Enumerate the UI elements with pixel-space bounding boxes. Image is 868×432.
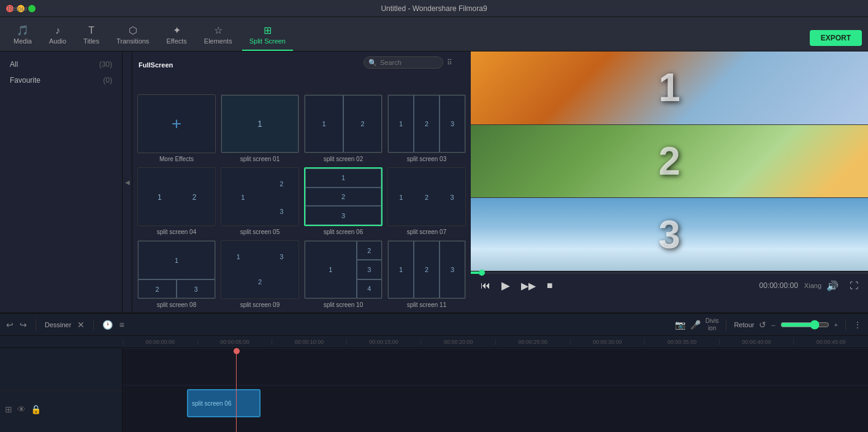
playback-progress-bar[interactable] [471, 271, 868, 274]
playback-buttons: ⏮ ▶ ▶▶ ■ 00:00:00:00 Xiang 🔊 ⛶ [471, 274, 868, 297]
nav-label-splitscreen: Split Screen [249, 37, 286, 45]
svg-text:2: 2 [280, 180, 283, 188]
effect-label-06: split screen 06 [324, 229, 363, 235]
grid-view-icon[interactable]: ⠿ [447, 58, 452, 67]
effect-label-09: split screen 09 [240, 301, 280, 308]
preview-screen-2: 2 [471, 125, 868, 199]
timeline-toolbar: ↩ ↪ Dessiner ✕ 🕐 ≡ 📷 🎤 Division Retour ↺… [0, 314, 868, 336]
ruler-mark-9: 00:00:45:00 [793, 339, 868, 345]
nav-item-splitscreen[interactable]: ⊞ Split Screen [242, 22, 293, 51]
effects-icon: ✦ [173, 25, 181, 36]
toolbar-right: 📷 🎤 Division Retour ↺ – + ⋮ [675, 317, 862, 332]
play-button[interactable]: ▶ [499, 278, 512, 294]
ruler-mark-0: 00:00:00:00 [123, 339, 197, 345]
svg-text:2: 2 [425, 194, 428, 201]
collapse-arrow-icon: ◀ [125, 179, 130, 186]
volume-icon[interactable]: 🔊 [824, 279, 841, 293]
division-button[interactable]: Division [706, 317, 719, 332]
effect-item-07[interactable]: 1 2 3 split screen 07 [387, 167, 466, 235]
app-title: Untitled - Wondershare Filmora9 [381, 4, 487, 13]
nav-item-elements[interactable]: ☆ Elements [197, 22, 240, 51]
effect-label-08: split screen 08 [157, 301, 196, 308]
preview-screen-1: 1 [471, 51, 868, 125]
nav-item-effects[interactable]: ✦ Effects [159, 22, 194, 51]
ruler-mark-7: 00:00:35:00 [644, 339, 719, 345]
toolbar-divider-4 [845, 319, 846, 330]
effect-thumb-11: 1 2 3 [387, 240, 466, 299]
search-wrapper: 🔍 [364, 56, 443, 69]
effect-item-10[interactable]: 1 2 3 4 split screen 10 [304, 240, 383, 308]
search-icon: 🔍 [368, 59, 377, 67]
toolbar-divider-3 [726, 319, 726, 330]
preview-panel: 1 2 3 ⏮ ▶ ▶▶ ■ 00:00:00:00 [471, 51, 868, 313]
effect-thumb-09: 1 2 3 [221, 240, 299, 299]
splitscreen-icon: ⊞ [264, 25, 272, 36]
step-back-button[interactable]: ⏮ [478, 279, 493, 292]
zoom-minus-icon: – [771, 321, 775, 328]
play-forward-button[interactable]: ▶▶ [519, 279, 538, 293]
svg-text:1: 1 [158, 193, 162, 202]
camera-button[interactable]: 📷 [675, 320, 685, 330]
playhead [236, 348, 237, 432]
clip-label: split screen 06 [192, 400, 231, 407]
ruler-mark-1: 00:00:05:00 [197, 339, 272, 345]
effect-item-03[interactable]: 1 2 3 split screen 03 [387, 94, 466, 162]
export-button[interactable]: EXPORT [810, 30, 862, 46]
effect-item-02[interactable]: 1 2 split screen 02 [304, 94, 383, 162]
screen-number-2: 2 [658, 138, 680, 184]
effect-item-09[interactable]: 1 2 3 split screen 09 [221, 240, 299, 308]
track-headers: Retour ⊞ 👁 🔒 [0, 348, 123, 432]
vol-label: Xiang [804, 282, 821, 289]
zoom-plus-icon: + [834, 321, 838, 328]
effect-thumb-10: 1 2 3 4 [304, 240, 383, 299]
effect-thumb-more: + [137, 94, 216, 153]
transitions-icon: ⬡ [129, 25, 137, 36]
mic-button[interactable]: 🎤 [690, 320, 701, 330]
screen-number-1: 1 [658, 65, 680, 110]
effect-label-more: More Effects [159, 156, 194, 162]
playback-controls: ⏮ ▶ ▶▶ ■ 00:00:00:00 Xiang 🔊 ⛶ [471, 271, 868, 313]
effect-label-11: split screen 11 [407, 301, 446, 308]
svg-text:1: 1 [237, 253, 240, 260]
effects-grid: + More Effects 1 split screen 01 1 [137, 94, 466, 313]
effects-panel: 🔍 ⠿ FullScreen + More Effects 1 [132, 51, 471, 313]
zoom-slider[interactable] [780, 320, 829, 330]
track-area: split screen 06 [123, 348, 868, 432]
panel-collapse-button[interactable]: ◀ [123, 51, 132, 313]
effect-item-01[interactable]: 1 split screen 01 [221, 94, 299, 162]
effect-item-05[interactable]: 1 2 3 split screen 05 [221, 167, 299, 235]
ruler-mark-8: 00:00:40:00 [719, 339, 794, 345]
effect-thumb-04: 1 2 [137, 167, 216, 226]
effect-thumb-05: 1 2 3 [221, 167, 299, 226]
effect-thumb-07: 1 2 3 [387, 167, 466, 226]
screen-number-3: 3 [658, 212, 680, 257]
nav-label-elements: Elements [204, 37, 232, 45]
preview-screens: 1 2 3 [471, 51, 868, 271]
retour-action-button[interactable]: ↺ [759, 320, 766, 330]
effect-item-06[interactable]: 1 2 3 split screen 06 [304, 167, 383, 235]
effects-search-bar: 🔍 ⠿ [364, 56, 452, 69]
track-clip-splitscreen06[interactable]: split screen 06 [187, 389, 261, 417]
effect-item-04[interactable]: 1 2 split screen 04 [137, 167, 216, 235]
effect-item-more[interactable]: + More Effects [137, 94, 216, 162]
effect-item-08[interactable]: 1 2 3 split screen 08 [137, 240, 216, 308]
effect-label-03: split screen 03 [407, 156, 446, 162]
ruler-mark-2: 00:00:10:00 [272, 339, 346, 345]
volume-control: Xiang 🔊 [804, 279, 841, 293]
effect-item-11[interactable]: 1 2 3 split screen 11 [387, 240, 466, 308]
more-button[interactable]: ⋮ [853, 320, 862, 330]
retour-text: Retour [0, 348, 123, 432]
elements-icon: ☆ [214, 25, 223, 36]
fullscreen-button[interactable]: ⛶ [847, 279, 861, 292]
effect-thumb-06: 1 2 3 [304, 167, 383, 226]
main-content: All (30) Favourite (0) ◀ 🔍 ⠿ FullScreen [0, 51, 868, 313]
ruler-marks: 00:00:00:00 00:00:05:00 00:00:10:00 00:0… [123, 339, 868, 345]
ruler-mark-5: 00:00:25:00 [495, 339, 570, 345]
retour-label: Retour [734, 321, 754, 328]
stop-button[interactable]: ■ [544, 279, 555, 292]
svg-text:3: 3 [280, 253, 283, 260]
effect-label-02: split screen 02 [324, 156, 363, 162]
svg-text:3: 3 [451, 194, 454, 201]
current-time: 00:00:00:00 [759, 281, 798, 290]
svg-text:2: 2 [258, 278, 262, 286]
